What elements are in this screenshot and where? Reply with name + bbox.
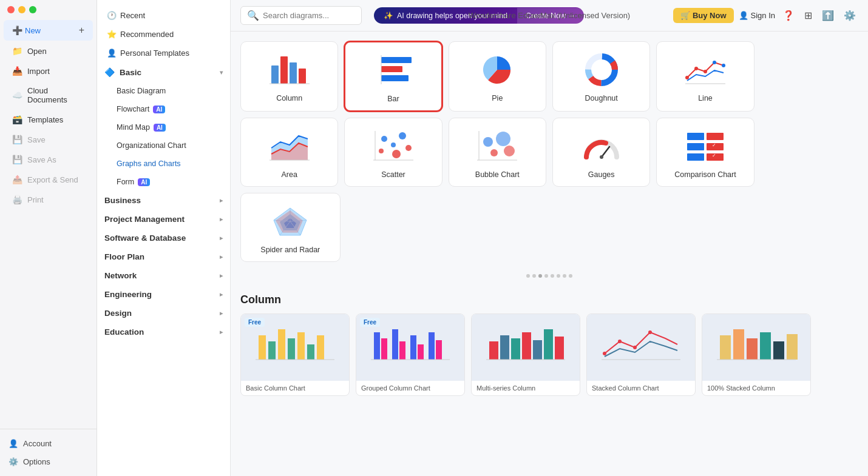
chart-card-gauges[interactable]: Gauges bbox=[552, 118, 650, 187]
svg-rect-5 bbox=[381, 57, 412, 63]
tree-item-recent[interactable]: 🕐 Recent bbox=[97, 6, 230, 25]
tree-section-education[interactable]: Education ▸ bbox=[97, 323, 230, 341]
recent-icon: 🕐 bbox=[107, 11, 117, 20]
pie-label: Pie bbox=[492, 94, 503, 102]
recommended-label: Recommended bbox=[120, 30, 174, 39]
tree-item-personal[interactable]: 👤 Personal Templates bbox=[97, 44, 230, 62]
svg-rect-3 bbox=[299, 69, 306, 84]
share-button[interactable]: ⬆️ bbox=[819, 7, 836, 24]
project-mgmt-label: Project Management bbox=[104, 215, 185, 224]
tree-item-graphs-charts[interactable]: Graphs and Charts bbox=[107, 155, 230, 173]
svg-point-32 bbox=[496, 132, 510, 146]
new-label: New bbox=[25, 26, 41, 35]
sidebar-item-print: 🖨️ Print bbox=[4, 190, 93, 209]
tree-item-flowchart[interactable]: Flowchart AI bbox=[107, 100, 230, 118]
area-label: Area bbox=[281, 170, 297, 179]
template-img-2: Free bbox=[356, 314, 464, 381]
template-thumb-2[interactable]: Free bbox=[356, 313, 465, 396]
tree-section-network[interactable]: Network ▸ bbox=[97, 266, 230, 285]
sidebar-item-import[interactable]: 📥 Import bbox=[4, 61, 93, 81]
software-db-chevron: ▸ bbox=[220, 235, 223, 241]
chart-card-column[interactable]: Column bbox=[240, 41, 338, 112]
sidebar-item-account[interactable]: 👤 Account bbox=[4, 435, 93, 452]
sidebar-item-cloud[interactable]: ☁️ Cloud Documents bbox=[4, 81, 93, 109]
minimize-button[interactable] bbox=[18, 6, 25, 13]
svg-point-23 bbox=[381, 136, 387, 142]
account-label: Account bbox=[23, 439, 52, 448]
tree-section-basic[interactable]: 🔷 Basic ▾ bbox=[97, 62, 230, 82]
svg-point-25 bbox=[399, 132, 406, 139]
tree-section-floor-plan[interactable]: Floor Plan ▸ bbox=[97, 247, 230, 266]
svg-rect-6 bbox=[381, 66, 402, 72]
area-chart-icon bbox=[268, 128, 311, 164]
tree-section-project-mgmt[interactable]: Project Management ▸ bbox=[97, 210, 230, 229]
tree-item-recommended[interactable]: ⭐ Recommended bbox=[97, 25, 230, 44]
tree-item-basic-diagram[interactable]: Basic Diagram bbox=[107, 82, 230, 100]
nav-tree: 🕐 Recent ⭐ Recommended 👤 Personal Templa… bbox=[97, 0, 231, 476]
buy-now-button[interactable]: 🛒 Buy Now bbox=[673, 8, 734, 23]
chart-card-spider[interactable]: Spider and Radar bbox=[240, 193, 341, 262]
svg-point-83 bbox=[633, 346, 637, 349]
svg-rect-58 bbox=[278, 329, 285, 360]
buy-now-icon: 🛒 bbox=[680, 11, 690, 20]
svg-point-34 bbox=[504, 146, 515, 156]
template-thumb-1[interactable]: Free Basi bbox=[240, 313, 350, 396]
help-button[interactable]: ❓ bbox=[780, 7, 797, 24]
svg-point-33 bbox=[490, 149, 498, 156]
tree-section-design[interactable]: Design ▸ bbox=[97, 304, 230, 323]
chart-card-line[interactable]: Line bbox=[656, 41, 754, 112]
template-row: Free Basi bbox=[240, 313, 858, 402]
chart-card-pie[interactable]: Pie bbox=[449, 41, 546, 112]
template-thumb-5[interactable]: 100% Stacked Column bbox=[702, 313, 811, 396]
engineering-chevron: ▸ bbox=[220, 291, 223, 298]
tree-section-engineering[interactable]: Engineering ▸ bbox=[97, 285, 230, 304]
chart-card-bubble[interactable]: Bubble Chart bbox=[449, 118, 546, 187]
sidebar-item-options[interactable]: ⚙️ Options bbox=[4, 453, 93, 471]
engineering-label: Engineering bbox=[104, 290, 152, 299]
pie-chart-icon bbox=[476, 52, 518, 88]
settings-button[interactable]: ⚙️ bbox=[841, 7, 858, 24]
dot-5 bbox=[551, 274, 554, 278]
chart-cards-row2: Area bbox=[240, 118, 858, 187]
new-button[interactable]: ➕ New + bbox=[4, 20, 93, 41]
dot-8 bbox=[569, 274, 572, 278]
options-icon: ⚙️ bbox=[8, 457, 18, 466]
chart-grid: Column Bar bbox=[231, 32, 868, 412]
tree-item-org-chart[interactable]: Organizational Chart bbox=[107, 136, 230, 155]
export-icon: 📤 bbox=[12, 175, 22, 184]
grid-button[interactable]: ⊞ bbox=[802, 7, 815, 24]
import-icon: 📥 bbox=[12, 66, 22, 76]
floor-plan-chevron: ▸ bbox=[220, 253, 223, 260]
divider-dots bbox=[240, 268, 858, 284]
tree-item-mind-map[interactable]: Mind Map AI bbox=[107, 118, 230, 136]
sidebar-item-templates[interactable]: 🗃️ Templates bbox=[4, 110, 93, 129]
design-chevron: ▸ bbox=[220, 310, 223, 317]
mind-map-label: Mind Map bbox=[117, 123, 150, 132]
traffic-lights[interactable] bbox=[7, 6, 36, 13]
chart-card-doughnut[interactable]: Doughnut bbox=[552, 41, 650, 112]
tree-section-business[interactable]: Business ▸ bbox=[97, 191, 230, 210]
svg-rect-57 bbox=[268, 341, 276, 360]
chart-card-scatter[interactable]: Scatter bbox=[344, 118, 442, 187]
chart-card-comparison[interactable]: ✓ ✓ Comparison Chart bbox=[656, 118, 754, 187]
template-label-2: Grouped Column Chart bbox=[356, 381, 464, 395]
gauges-chart-icon bbox=[580, 128, 623, 164]
svg-point-27 bbox=[392, 150, 401, 158]
template-img-4 bbox=[587, 314, 695, 381]
chart-card-area[interactable]: Area bbox=[240, 118, 338, 187]
tree-section-software-db[interactable]: Software & Database ▸ bbox=[97, 229, 230, 247]
svg-rect-2 bbox=[290, 62, 297, 84]
close-button[interactable] bbox=[7, 6, 15, 13]
search-input[interactable] bbox=[263, 11, 354, 20]
gauges-label: Gauges bbox=[588, 170, 615, 179]
template-thumb-4[interactable]: Stacked Column Chart bbox=[586, 313, 696, 396]
cloud-label: Cloud Documents bbox=[27, 86, 84, 104]
business-label: Business bbox=[104, 196, 141, 205]
tree-item-form[interactable]: Form AI bbox=[107, 173, 230, 191]
chart-card-bar[interactable]: Bar bbox=[344, 41, 442, 112]
sidebar-item-open[interactable]: 📁 Open bbox=[4, 41, 93, 61]
sign-in-button[interactable]: 👤 Sign In bbox=[739, 11, 775, 20]
maximize-button[interactable] bbox=[29, 6, 36, 13]
template-thumb-3[interactable]: Multi-series Column bbox=[471, 313, 580, 396]
search-box[interactable]: 🔍 bbox=[240, 6, 362, 25]
